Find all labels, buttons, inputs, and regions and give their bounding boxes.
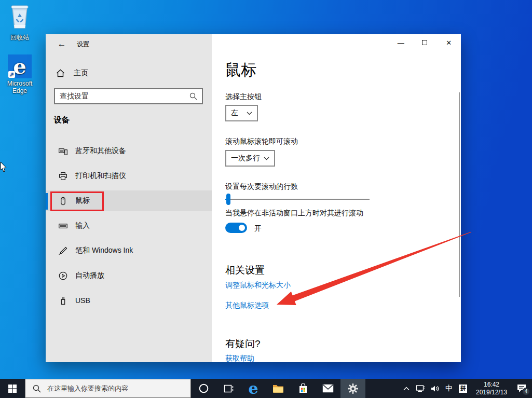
task-view-icon xyxy=(223,384,234,393)
taskbar: 在这里输入你要搜索的内容 e xyxy=(0,379,532,398)
recycle-bin-label: 回收站 xyxy=(0,33,39,42)
settings-window: ← 设置 主页 查找设置 设备 蓝牙和其他设备 xyxy=(46,34,461,362)
taskbar-clock[interactable]: 16:42 2019/12/13 xyxy=(472,381,511,396)
cortana-icon xyxy=(199,383,209,393)
printer-icon xyxy=(59,172,67,181)
slider-thumb[interactable] xyxy=(226,194,230,205)
network-tray-icon[interactable] xyxy=(413,385,428,392)
inactive-scroll-label: 当我悬停在非活动窗口上方时对其进行滚动 xyxy=(225,209,363,218)
sidebar-item-bluetooth[interactable]: 蓝牙和其他设备 xyxy=(46,141,212,161)
inactive-scroll-toggle[interactable] xyxy=(225,223,247,233)
scroll-lines-label: 设置每次要滚动的行数 xyxy=(225,182,298,191)
recycle-bin-desktop-icon[interactable]: 回收站 xyxy=(0,3,39,42)
sidebar-item-label: 打印机和扫描仪 xyxy=(75,171,126,181)
gear-icon xyxy=(348,383,358,394)
maximize-button[interactable] xyxy=(413,34,436,51)
sidebar-item-label: 自动播放 xyxy=(75,271,104,280)
adjust-mouse-cursor-size-link[interactable]: 调整鼠标和光标大小 xyxy=(225,281,291,290)
toggle-knob xyxy=(239,225,245,231)
home-icon xyxy=(56,69,65,77)
mail-button[interactable] xyxy=(316,379,340,398)
sidebar-item-label: 输入 xyxy=(75,221,90,230)
settings-search-placeholder: 查找设置 xyxy=(60,92,189,101)
start-button[interactable] xyxy=(0,379,25,398)
sidebar-item-autoplay[interactable]: 自动播放 xyxy=(46,265,212,286)
tray-expand-button[interactable] xyxy=(400,387,413,391)
edge-tile-icon: e ↗ xyxy=(8,54,32,78)
slider-track[interactable] xyxy=(225,199,370,200)
primary-button-dropdown[interactable]: 左 xyxy=(225,105,258,121)
devices-icon xyxy=(59,147,67,156)
chevron-down-icon xyxy=(264,157,269,160)
store-button[interactable] xyxy=(291,379,316,398)
network-icon xyxy=(416,385,425,392)
taskbar-search-placeholder: 在这里输入你要搜索的内容 xyxy=(47,384,128,393)
task-view-button[interactable] xyxy=(216,379,241,398)
help-heading: 有疑问? xyxy=(225,337,261,351)
sidebar-item-typing[interactable]: 输入 xyxy=(46,215,212,236)
sidebar-item-home[interactable]: 主页 xyxy=(46,64,212,83)
chevron-down-icon xyxy=(247,112,252,115)
store-icon xyxy=(298,383,308,394)
toggle-state-label: 开 xyxy=(254,224,262,234)
sidebar-item-label: 笔和 Windows Ink xyxy=(75,246,133,255)
scroll-lines-slider[interactable] xyxy=(225,194,370,205)
volume-tray-icon[interactable] xyxy=(428,385,442,392)
pen-icon xyxy=(59,246,67,255)
usb-icon xyxy=(59,296,67,305)
annotation-red-box xyxy=(50,191,104,211)
clock-date: 2019/12/13 xyxy=(472,389,511,396)
autoplay-icon xyxy=(59,271,67,280)
speaker-icon xyxy=(431,385,440,392)
wheel-value: 一次多行 xyxy=(231,154,260,163)
ime-language-indicator[interactable]: 中 xyxy=(442,384,456,393)
sidebar-item-usb[interactable]: USB xyxy=(46,290,212,311)
notification-count-badge: 4 xyxy=(522,388,530,395)
chevron-up-icon xyxy=(403,387,410,391)
search-icon xyxy=(33,385,41,393)
recycle-bin-icon xyxy=(0,3,39,32)
ime-mode-indicator[interactable]: 拼 xyxy=(459,385,467,393)
edge-icon: e xyxy=(248,381,258,396)
edge-taskbar-button[interactable]: e xyxy=(241,379,266,398)
close-button[interactable]: ✕ xyxy=(437,34,461,51)
sidebar-home-label: 主页 xyxy=(74,68,88,78)
cortana-button[interactable] xyxy=(191,379,216,398)
action-center-button[interactable]: 4 xyxy=(511,379,532,398)
related-settings-heading: 相关设置 xyxy=(225,264,265,277)
settings-search-input[interactable]: 查找设置 xyxy=(54,88,203,104)
back-button[interactable]: ← xyxy=(53,36,71,52)
primary-button-label: 选择主按钮 xyxy=(225,92,262,102)
mouse-cursor-icon xyxy=(0,162,7,172)
edge-label: Microsoft Edge xyxy=(0,80,39,94)
content-scrollbar[interactable] xyxy=(459,92,460,297)
minimize-button[interactable]: — xyxy=(389,34,413,51)
file-explorer-button[interactable] xyxy=(266,379,291,398)
page-title: 鼠标 xyxy=(225,60,256,81)
mail-icon xyxy=(322,384,334,393)
primary-button-value: 左 xyxy=(231,108,238,118)
taskbar-search-input[interactable]: 在这里输入你要搜索的内容 xyxy=(25,379,191,398)
wheel-label: 滚动鼠标滚轮即可滚动 xyxy=(225,137,298,146)
file-explorer-icon xyxy=(272,384,284,393)
keyboard-icon xyxy=(59,222,67,230)
settings-main-panel: 鼠标 选择主按钮 左 滚动鼠标滚轮即可滚动 一次多行 设置每次要滚动的行数 当我… xyxy=(212,34,461,362)
maximize-icon xyxy=(422,40,427,45)
sidebar-item-printers[interactable]: 打印机和扫描仪 xyxy=(46,166,212,186)
sidebar-section-heading: 设备 xyxy=(54,115,70,125)
system-tray: 中 拼 16:42 2019/12/13 4 xyxy=(400,379,532,398)
windows-logo-icon xyxy=(8,385,17,393)
clock-time: 16:42 xyxy=(472,381,511,389)
search-icon xyxy=(189,92,197,100)
caption-buttons: — ✕ xyxy=(389,34,461,51)
sidebar-item-pen[interactable]: 笔和 Windows Ink xyxy=(46,240,212,261)
selected-item-accent-bar xyxy=(46,193,48,210)
sidebar-item-label: USB xyxy=(75,296,90,305)
sidebar-item-label: 蓝牙和其他设备 xyxy=(75,146,126,156)
edge-desktop-icon[interactable]: e ↗ Microsoft Edge xyxy=(0,54,39,94)
shortcut-arrow-icon: ↗ xyxy=(8,71,15,78)
additional-mouse-options-link[interactable]: 其他鼠标选项 xyxy=(225,301,269,310)
settings-taskbar-button[interactable] xyxy=(340,379,365,398)
get-help-link[interactable]: 获取帮助 xyxy=(225,354,254,363)
wheel-dropdown[interactable]: 一次多行 xyxy=(225,150,275,167)
